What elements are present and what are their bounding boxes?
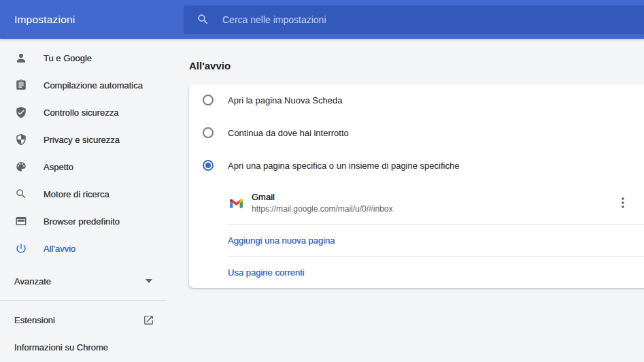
settings-header: Impostazioni: [0, 0, 644, 39]
sidebar-item-about-chrome[interactable]: Informazioni su Chrome: [0, 333, 167, 361]
about-chrome-label: Informazioni su Chrome: [14, 342, 108, 352]
option-label: Apri la pagina Nuova Scheda: [228, 95, 342, 105]
shield-check-icon: [15, 106, 27, 118]
sidebar-item-privacy-security[interactable]: Privacy e sicurezza: [0, 126, 167, 153]
radio-button[interactable]: [203, 127, 214, 138]
option-label: Apri una pagina specifica o un insieme d…: [228, 161, 459, 171]
sidebar-item-label: Compilazione automatica: [44, 80, 143, 90]
use-current-pages-link[interactable]: Usa pagine correnti: [189, 257, 644, 288]
startup-page-texts: Gmail https://mail.google.com/mail/u/0/#…: [252, 192, 392, 214]
page-body: Tu e Google Compilazione automatica Cont…: [0, 39, 644, 362]
settings-sidebar: Tu e Google Compilazione automatica Cont…: [0, 39, 167, 362]
sidebar-footer: Estensioni Informazioni su Chrome: [0, 301, 167, 361]
sidebar-item-label: Controllo sicurezza: [44, 108, 119, 118]
sidebar-item-on-startup[interactable]: All'avvio: [0, 235, 167, 262]
sidebar-item-label: All'avvio: [44, 244, 75, 254]
clipboard-icon: [15, 79, 27, 91]
option-continue-where-left-off[interactable]: Continua da dove hai interrotto: [189, 116, 644, 149]
power-icon: [15, 242, 27, 254]
shield-half-icon: [15, 133, 27, 146]
sidebar-item-search-engine[interactable]: Motore di ricerca: [0, 180, 167, 208]
on-startup-card: Apri la pagina Nuova Scheda Continua da …: [189, 84, 644, 288]
vertical-dots-icon: [622, 197, 624, 208]
use-current-pages-label: Usa pagine correnti: [228, 267, 305, 278]
startup-page-url: https://mail.google.com/mail/u/0/#inbox: [252, 204, 392, 214]
extensions-label: Estensioni: [14, 315, 55, 325]
chevron-down-icon: [146, 279, 152, 283]
startup-page-title: Gmail: [252, 192, 392, 202]
section-title: All'avvio: [189, 60, 644, 71]
browser-window-icon: [15, 215, 27, 227]
radio-button[interactable]: [203, 160, 214, 171]
sidebar-item-default-browser[interactable]: Browser predefinito: [0, 208, 167, 235]
sidebar-item-appearance[interactable]: Aspetto: [0, 153, 167, 180]
sidebar-item-label: Privacy e sicurezza: [44, 135, 120, 145]
settings-content: All'avvio Apri la pagina Nuova Scheda Co…: [167, 39, 644, 362]
sidebar-item-autofill[interactable]: Compilazione automatica: [0, 71, 167, 99]
palette-icon: [15, 161, 27, 173]
page-title: Impostazioni: [14, 14, 75, 25]
settings-search-box[interactable]: [184, 5, 644, 34]
sidebar-item-label: Motore di ricerca: [44, 189, 109, 199]
option-open-new-tab[interactable]: Apri la pagina Nuova Scheda: [189, 84, 644, 116]
sidebar-item-label: Aspetto: [44, 162, 73, 172]
search-icon: [197, 13, 209, 26]
open-in-new-icon: [143, 314, 154, 326]
header-title-wrap: Impostazioni: [0, 14, 184, 26]
magnifier-icon: [15, 188, 27, 200]
sidebar-item-safety-check[interactable]: Controllo sicurezza: [0, 99, 167, 126]
advanced-label: Avanzate: [14, 276, 51, 286]
sidebar-item-extensions[interactable]: Estensioni: [0, 306, 167, 333]
search-input[interactable]: [222, 14, 644, 25]
startup-page-entry: Gmail https://mail.google.com/mail/u/0/#…: [189, 182, 644, 224]
person-icon: [15, 52, 27, 64]
add-new-page-link[interactable]: Aggiungi una nuova pagina: [189, 225, 644, 256]
option-label: Continua da dove hai interrotto: [228, 128, 349, 138]
more-actions-button[interactable]: [613, 193, 632, 212]
sidebar-advanced-toggle[interactable]: Avanzate: [0, 266, 167, 296]
option-open-specific-pages[interactable]: Apri una pagina specifica o un insieme d…: [189, 149, 644, 182]
gmail-icon: [230, 198, 243, 208]
sidebar-item-label: Browser predefinito: [44, 216, 120, 227]
radio-button[interactable]: [203, 95, 214, 105]
sidebar-item-you-and-google[interactable]: Tu e Google: [0, 44, 167, 71]
sidebar-item-label: Tu e Google: [44, 53, 92, 63]
add-new-page-label: Aggiungi una nuova pagina: [228, 235, 335, 246]
